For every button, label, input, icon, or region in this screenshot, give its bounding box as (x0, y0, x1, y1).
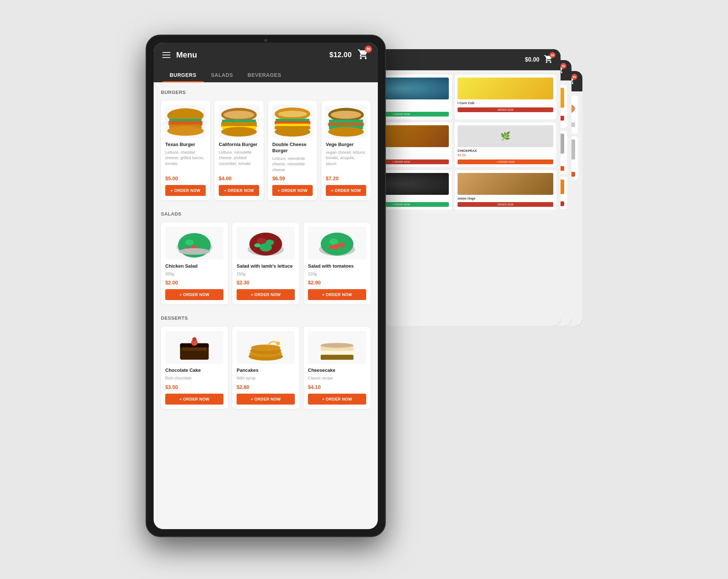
svg-point-47 (192, 337, 196, 341)
svg-point-12 (278, 111, 307, 117)
tab-burgers[interactable]: BURGERS (162, 67, 204, 82)
texas-burger-name: Texas Burger (165, 142, 206, 148)
salads-section-title: SALADS (161, 211, 371, 217)
cheesecake-name: Cheesecake (308, 367, 366, 374)
app-title: Menu (176, 50, 197, 60)
food-card-pancakes: Pancakes With syrup $2.80 + ORDER NOW (232, 327, 299, 409)
lambs-lettuce-desc: 150g (237, 271, 295, 277)
burgers-section-title: BURGERS (161, 90, 371, 95)
svg-point-27 (195, 237, 202, 243)
double-cheese-price: $6.59 (272, 176, 313, 181)
svg-point-6 (223, 111, 254, 119)
tomato-salad-image (308, 227, 366, 260)
cheesecake-desc: Classic recipe (308, 375, 366, 381)
california-burger-order-btn[interactable]: + ORDER NOW (219, 185, 259, 196)
pancakes-price: $2.80 (237, 384, 295, 390)
texas-burger-image (165, 105, 206, 138)
svg-point-59 (321, 343, 353, 348)
california-burger-name: California Burger (219, 142, 259, 148)
svg-point-42 (340, 243, 345, 248)
chicken-salad-order-btn[interactable]: + ORDER NOW (165, 289, 223, 300)
cheesecake-order-btn[interactable]: + ORDER NOW (308, 394, 366, 405)
lambs-lettuce-image (237, 227, 295, 260)
svg-point-23 (328, 127, 364, 137)
chicken-salad-name: Chicken Salad (165, 263, 223, 269)
texas-burger-desc: Lettuce, cheddar cheese, grilled bacon, … (165, 150, 206, 173)
pancakes-order-btn[interactable]: + ORDER NOW (237, 394, 295, 405)
double-cheese-image (272, 105, 313, 138)
main-tablet: Menu $12.00 99 BURGERS (146, 35, 386, 537)
vege-burger-desc: vegan cheese, lettuce, tomato, arugula, … (326, 150, 366, 173)
tomato-salad-name: Salad with tomatoes (308, 263, 366, 269)
svg-point-35 (260, 243, 272, 252)
vege-burger-order-btn[interactable]: + ORDER NOW (326, 185, 366, 196)
svg-point-53 (251, 344, 281, 351)
bg-panel-1-price: $0.00 (525, 56, 539, 63)
vege-burger-image (326, 105, 366, 138)
pancakes-image (237, 331, 295, 364)
header-left: Menu (162, 50, 197, 60)
svg-point-43 (329, 245, 333, 249)
vege-burger-name: Vege Burger (326, 142, 366, 148)
scene: $0.00 99 onion rings ORDER NOW NOW (146, 35, 582, 544)
lambs-lettuce-price: $2.30 (237, 280, 295, 285)
california-burger-price: $4.00 (219, 176, 259, 181)
food-card-cheesecake: Cheesecake Classic recipe $4.10 + ORDER … (304, 327, 371, 409)
texas-burger-order-btn[interactable]: + ORDER NOW (165, 185, 206, 196)
california-burger-desc: Lettuce, mimolette cheese, pickled cucum… (219, 150, 259, 173)
tomato-salad-order-btn[interactable]: + ORDER NOW (308, 289, 366, 300)
bg-mini-order-btn-2[interactable]: ORDER NOW (458, 107, 553, 112)
svg-point-36 (254, 243, 261, 247)
svg-point-54 (276, 341, 280, 345)
double-cheese-order-btn[interactable]: + ORDER NOW (272, 185, 313, 196)
svg-rect-58 (321, 355, 353, 360)
desserts-section-title: DESSERTS (161, 315, 371, 321)
chicken-salad-price: $2.00 (165, 280, 223, 285)
chicken-salad-image (165, 227, 223, 260)
food-card-california-burger: California Burger Lettuce, mimolette che… (214, 101, 264, 200)
svg-rect-48 (182, 347, 207, 351)
bg-mini-order-btn-6[interactable]: ORDER NOW (458, 202, 553, 207)
california-burger-image (219, 105, 259, 138)
food-card-double-cheese: Double Cheese Burger Lettuce, mimolette … (268, 101, 317, 200)
svg-point-41 (333, 244, 339, 249)
food-card-lambs-lettuce: Salad with lamb's lettuce 150g $2.30 + O… (232, 222, 299, 304)
bg-panel-1-cart[interactable]: 99 (544, 54, 553, 65)
bg-mini-card: l Corn Cob ORDER NOW (455, 75, 556, 119)
texas-burger-price: $5.00 (165, 176, 206, 181)
svg-point-10 (221, 127, 257, 137)
choc-cake-name: Chocolate Cake (165, 367, 223, 374)
svg-point-30 (179, 248, 210, 255)
food-card-vege-burger: Vege Burger vegan cheese, lettuce, tomat… (321, 101, 371, 200)
tab-salads[interactable]: SALADS (204, 67, 241, 82)
desserts-grid: Chocolate Cake Rich chocolate $3.50 + OR… (161, 327, 371, 409)
hamburger-menu-icon[interactable] (162, 52, 170, 58)
food-card-texas-burger: Texas Burger Lettuce, cheddar cheese, gr… (161, 101, 210, 200)
choc-cake-order-btn[interactable]: + ORDER NOW (165, 394, 223, 405)
food-card-chicken-salad: Chicken Salad 200g $2.00 + ORDER NOW (161, 222, 228, 304)
app-header: Menu $12.00 99 (154, 43, 378, 67)
cheesecake-image (308, 331, 366, 364)
choc-cake-desc: Rich chocolate (165, 375, 223, 381)
pancakes-desc: With syrup (237, 375, 295, 381)
svg-rect-13 (276, 119, 309, 122)
svg-point-17 (275, 127, 310, 137)
svg-point-19 (331, 111, 361, 119)
burgers-grid: Texas Burger Lettuce, cheddar cheese, gr… (161, 101, 371, 200)
bg-mini-card: 🌿 CHICKPEAX $4.20 + ORDER NOW (455, 122, 556, 167)
double-cheese-desc: Lettuce, mimolette cheese, mimolette che… (272, 156, 313, 173)
svg-point-26 (185, 240, 194, 245)
scroll-area[interactable]: BURGERS Texas B (154, 82, 378, 529)
bg-mini-order-btn-4[interactable]: + ORDER NOW (458, 159, 553, 164)
tomato-salad-price: $2.90 (308, 280, 366, 285)
tab-beverages[interactable]: BEVERAGES (240, 67, 288, 82)
lambs-lettuce-name: Salad with lamb's lettuce (237, 263, 295, 269)
cart-total: $12.00 (329, 51, 352, 59)
cheesecake-price: $4.10 (308, 384, 366, 390)
double-cheese-name: Double Cheese Burger (272, 142, 313, 154)
cart-button[interactable]: 99 (357, 48, 369, 61)
bg-panel-2-badge: 99 (561, 63, 566, 69)
lambs-lettuce-order-btn[interactable]: + ORDER NOW (237, 289, 295, 300)
tomato-salad-desc: 220g (308, 271, 366, 277)
vege-burger-price: $7.20 (326, 176, 366, 181)
